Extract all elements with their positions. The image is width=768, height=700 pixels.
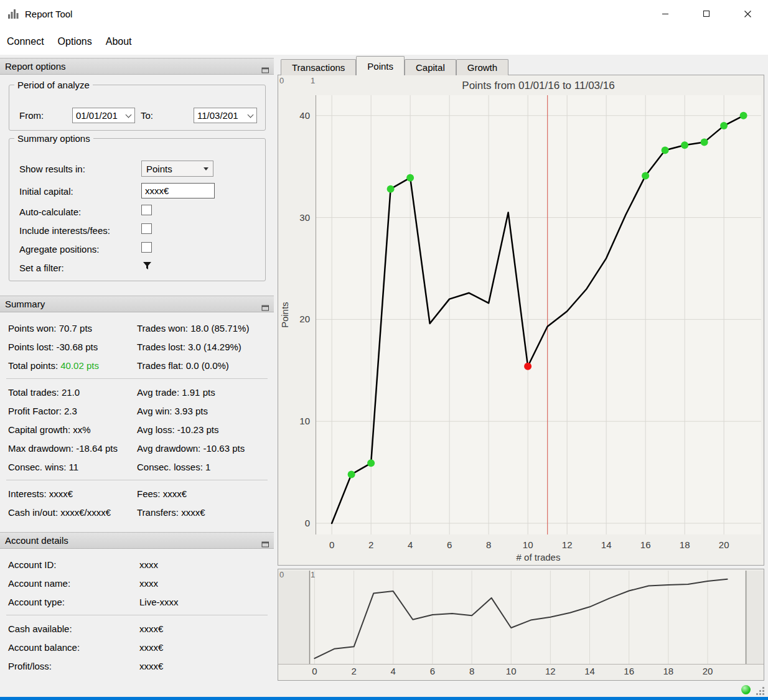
summary-max-drawdown: Max drawdown: -18.64 pts xyxy=(8,443,137,454)
svg-text:10: 10 xyxy=(523,539,533,550)
minimize-button[interactable] xyxy=(645,0,686,27)
svg-text:6: 6 xyxy=(447,539,452,550)
separator xyxy=(6,615,268,615)
account-type-label: Account type: xyxy=(8,597,139,607)
period-group-label: Period of analyze xyxy=(14,80,93,90)
from-date-combobox[interactable]: 01/01/201 xyxy=(72,108,135,123)
show-results-label: Show results in: xyxy=(19,164,85,174)
include-interests-checkbox[interactable] xyxy=(141,223,152,234)
menubar: ConnectOptionsAbout xyxy=(0,28,768,55)
account-balance-value: xxxx€ xyxy=(139,642,274,653)
auto-calculate-label: Auto-calculate: xyxy=(19,207,81,217)
show-results-value: Points xyxy=(146,164,172,174)
to-date-combobox[interactable]: 11/03/201 xyxy=(194,108,257,123)
window-title: Report Tool xyxy=(25,0,72,28)
separator xyxy=(6,480,268,480)
summary-header: Summary xyxy=(0,296,274,312)
svg-text:16: 16 xyxy=(624,666,634,676)
points-line-chart[interactable]: 02468101214161820010203040Points from 01… xyxy=(278,75,764,565)
svg-text:2: 2 xyxy=(368,539,373,550)
set-filter-label: Set a filter: xyxy=(19,263,64,273)
float-window-icon[interactable] xyxy=(261,63,269,70)
chart-tabbar: Transactions Points Capital Growth xyxy=(278,56,764,75)
maximize-button[interactable] xyxy=(686,0,727,27)
svg-text:1: 1 xyxy=(311,570,315,579)
summary-trades-won: Trades won: 18.0 (85.71%) xyxy=(137,323,274,334)
filter-funnel-icon[interactable] xyxy=(143,261,152,273)
table-row: Interests: xxxx€ Fees: xxxx€ xyxy=(0,484,274,503)
svg-text:1: 1 xyxy=(311,76,315,85)
table-row: Total trades: 21.0 Avg trade: 1.91 pts xyxy=(0,383,274,401)
summary-avg-drawdown: Avg drawdown: -10.63 pts xyxy=(137,443,274,454)
tab-transactions[interactable]: Transactions xyxy=(281,59,356,75)
summary-total-points-label: Total points: xyxy=(8,360,58,371)
tab-growth[interactable]: Growth xyxy=(456,59,508,75)
float-window-icon[interactable] xyxy=(261,537,269,544)
table-row: Profit/loss: xxxx€ xyxy=(0,656,274,675)
tab-points[interactable]: Points xyxy=(356,56,405,75)
aggregate-positions-checkbox[interactable] xyxy=(141,242,152,253)
table-row: Capital growth: xx% Avg loss: -10.23 pts xyxy=(0,420,274,439)
summary-avg-trade: Avg trade: 1.91 pts xyxy=(137,387,274,398)
account-id-value: xxxx xyxy=(139,559,274,570)
summary-avg-win: Avg win: 3.93 pts xyxy=(137,406,274,416)
summary-total-points-value: 40.02 pts xyxy=(60,360,99,371)
svg-text:20: 20 xyxy=(299,314,310,324)
include-interests-label: Include interests/fees: xyxy=(19,225,110,236)
profit-loss-label: Profit/loss: xyxy=(8,661,139,671)
app-icon xyxy=(7,8,19,19)
float-window-icon[interactable] xyxy=(261,301,269,308)
aggregate-positions-label: Agregate positions: xyxy=(19,244,99,254)
report-options-header: Report options xyxy=(0,58,274,75)
svg-text:20: 20 xyxy=(703,666,713,676)
summary-profit-factor: Profit Factor: 2.3 xyxy=(8,406,137,416)
account-details-content: Account ID: xxxx Account name: xxxx Acco… xyxy=(0,555,274,675)
svg-text:30: 30 xyxy=(299,212,310,223)
navigator-line-chart[interactable]: 0246810121416182001 xyxy=(278,569,764,680)
svg-text:20: 20 xyxy=(719,539,729,550)
initial-capital-input[interactable] xyxy=(141,183,215,198)
show-results-combobox[interactable]: Points xyxy=(141,161,213,177)
summary-capital-growth: Capital growth: xx% xyxy=(8,424,137,435)
table-row: Account ID: xxxx xyxy=(0,555,274,574)
table-row: Max drawdown: -18.64 pts Avg drawdown: -… xyxy=(0,439,274,457)
menu-about[interactable]: About xyxy=(99,28,139,55)
account-name-value: xxxx xyxy=(139,578,274,589)
close-button[interactable] xyxy=(727,0,768,27)
summary-consec-wins: Consec. wins: 11 xyxy=(8,462,137,472)
points-chart-panel: 02468101214161820010203040Points from 01… xyxy=(278,75,764,566)
report-options-title: Report options xyxy=(5,61,66,72)
summary-trades-lost: Trades lost: 3.0 (14.29%) xyxy=(137,342,274,352)
profit-loss-value: xxxx€ xyxy=(139,661,274,671)
svg-text:Points: Points xyxy=(279,302,290,328)
to-date-value: 11/03/201 xyxy=(197,110,238,121)
summary-cash-in-out: Cash in/out: xxxx€/xxxx€ xyxy=(8,507,137,518)
account-details-title: Account details xyxy=(5,535,68,546)
window-bottom-border xyxy=(0,697,768,700)
table-row: Consec. wins: 11 Consec. losses: 1 xyxy=(0,457,274,476)
separator xyxy=(6,378,268,379)
svg-text:6: 6 xyxy=(430,666,435,676)
svg-text:18: 18 xyxy=(663,666,673,676)
summary-fees: Fees: xxxx€ xyxy=(137,488,274,499)
menu-options[interactable]: Options xyxy=(51,28,99,55)
account-name-label: Account name: xyxy=(8,578,139,589)
menu-connect[interactable]: Connect xyxy=(0,28,51,55)
account-balance-label: Account balance: xyxy=(8,642,139,653)
table-row: Cash in/out: xxxx€/xxxx€ Transfers: xxxx… xyxy=(0,503,274,521)
svg-text:# of trades: # of trades xyxy=(517,552,561,562)
initial-capital-label: Initial capital: xyxy=(19,186,73,197)
chart-navigator-panel: 0246810121416182001 xyxy=(278,569,764,681)
table-row: Points lost: -30.68 pts Trades lost: 3.0… xyxy=(0,337,274,356)
combo-arrow-icon xyxy=(204,167,208,170)
svg-text:8: 8 xyxy=(486,539,491,550)
svg-text:10: 10 xyxy=(506,666,517,676)
svg-text:8: 8 xyxy=(469,666,474,676)
svg-text:0: 0 xyxy=(279,570,284,579)
table-row: Cash available: xxxx€ xyxy=(0,619,274,638)
auto-calculate-checkbox[interactable] xyxy=(141,205,152,215)
cash-available-value: xxxx€ xyxy=(139,623,274,634)
svg-text:10: 10 xyxy=(299,416,310,426)
tab-capital[interactable]: Capital xyxy=(405,59,456,75)
svg-text:14: 14 xyxy=(584,666,595,676)
